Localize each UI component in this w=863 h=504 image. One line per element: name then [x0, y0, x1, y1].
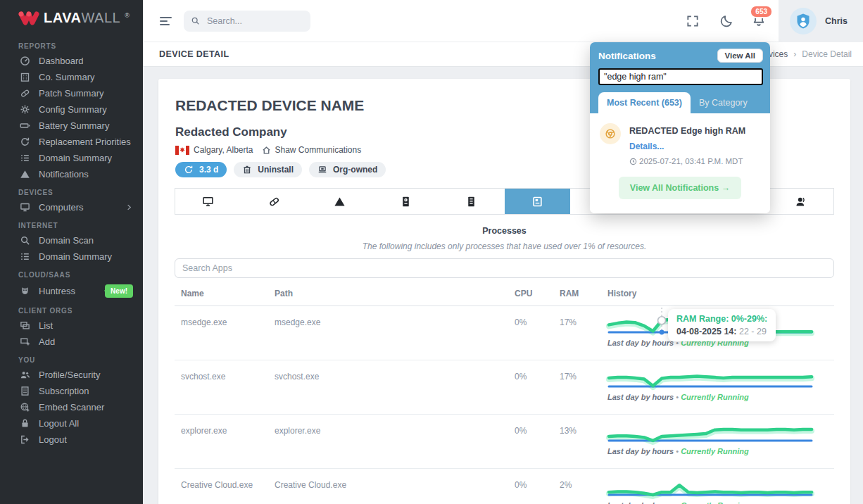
sidebar-item-domain-scan[interactable]: Domain Scan — [0, 232, 143, 248]
device-tab-harddrive[interactable] — [373, 189, 439, 214]
view-all-notifications-button[interactable]: View All Notifications → — [619, 177, 741, 199]
column-path: Path — [275, 289, 515, 298]
process-history-chart[interactable] — [607, 367, 813, 391]
device-tab-person-headset[interactable] — [768, 189, 834, 214]
sidebar-item-label: Battery Summary — [39, 120, 109, 131]
sidebar-item-notifications[interactable]: Notifications — [0, 166, 143, 182]
sidebar-item-list[interactable]: List — [0, 317, 143, 334]
chart-caption-range: Last day by hours — [607, 447, 674, 455]
sidebar-item-label: List — [39, 320, 53, 331]
process-ram: 17% — [560, 306, 607, 360]
monitor-icon — [20, 202, 30, 213]
device-tab-monitor[interactable] — [175, 189, 241, 214]
global-search[interactable] — [184, 11, 310, 32]
search-icon — [20, 235, 30, 246]
sidebar-item-config-summary[interactable]: Config Summary — [0, 101, 143, 118]
process-history-cell[interactable]: Last day by hours • Currently Running — [607, 360, 834, 414]
tab-most-recent[interactable]: Most Recent (653) — [598, 92, 691, 113]
sidebar-item-computers[interactable]: Computers — [0, 199, 143, 215]
nav-section-label: REPORTS — [0, 36, 143, 53]
device-tab-window[interactable] — [505, 189, 571, 214]
pill-icon — [268, 196, 280, 208]
process-cpu: 0% — [515, 469, 560, 504]
process-history-chart[interactable] — [607, 422, 813, 446]
laptop-icon — [317, 165, 327, 175]
lock-icon — [20, 418, 30, 429]
sidebar-item-profile-security[interactable]: Profile/Security — [0, 367, 143, 383]
device-tab-pill[interactable] — [241, 189, 308, 214]
sidebar-item-co-summary[interactable]: Co. Summary — [0, 69, 143, 85]
sidebar-item-subscription[interactable]: Subscription — [0, 383, 143, 399]
process-cpu: 0% — [515, 360, 560, 414]
device-provider: Shaw Communications — [275, 145, 362, 155]
dark-mode-icon[interactable] — [719, 14, 733, 28]
sidebar-item-huntress[interactable]: HuntressNew! — [0, 282, 143, 301]
process-history-cell[interactable]: Last day by hours • Currently RunningRAM… — [607, 306, 834, 360]
list-icon — [20, 251, 30, 262]
notifications-title: Notifications — [598, 51, 656, 61]
notifications-popup: Notifications View All Most Recent (653)… — [590, 42, 770, 213]
process-name: Creative Cloud.exe — [181, 469, 275, 504]
table-row[interactable]: msedge.exemsedge.exe0%17% Last day by ho… — [175, 306, 834, 360]
monitor-icon — [202, 196, 214, 208]
sidebar-item-patch-summary[interactable]: Patch Summary — [0, 85, 143, 101]
device-tab-warning[interactable] — [307, 189, 373, 214]
sidebar-item-add[interactable]: Add — [0, 334, 143, 350]
browser-alert-icon — [600, 123, 621, 144]
process-history-chart[interactable] — [607, 476, 813, 500]
column-cpu: CPU — [515, 289, 560, 298]
process-history-cell[interactable]: Last day by hours • Currently Running — [607, 469, 834, 504]
gauge-icon — [20, 56, 30, 66]
search-input[interactable] — [206, 15, 297, 27]
device-tab-server[interactable] — [439, 189, 505, 214]
sidebar-item-label: Logout — [39, 434, 67, 445]
sidebar-item-logout-all[interactable]: Logout All — [0, 415, 143, 431]
uninstall-button[interactable]: Uninstall — [234, 162, 302, 177]
table-row[interactable]: svchost.exesvchost.exe0%17% Last day by … — [175, 360, 834, 415]
menu-toggle-icon[interactable] — [160, 15, 172, 27]
tooltip-ram-range: RAM Range: 0%-29%: — [676, 314, 767, 324]
sidebar-item-embed-scanner[interactable]: Embed Scanner — [0, 399, 143, 415]
sidebar-item-label: Computers — [39, 202, 84, 213]
sidebar-item-label: Dashboard — [39, 56, 84, 66]
warning-icon — [20, 169, 30, 179]
sidebar-item-domain-summary[interactable]: Domain Summary — [0, 150, 143, 166]
process-history-cell[interactable]: Last day by hours • Currently Running — [607, 415, 834, 468]
user-name: Chris — [825, 16, 848, 26]
sidebar-item-domain-summary[interactable]: Domain Summary — [0, 248, 143, 265]
process-name: explorer.exe — [181, 415, 275, 468]
fullscreen-icon[interactable] — [686, 14, 700, 28]
search-apps-input[interactable] — [175, 258, 834, 278]
notifications-search-input[interactable] — [598, 68, 763, 85]
topbar-actions: 653 Chris — [676, 0, 863, 42]
view-all-button[interactable]: View All — [717, 49, 763, 63]
process-ram: 2% — [560, 469, 607, 504]
notification-details-link[interactable]: Details... — [629, 141, 745, 151]
sidebar-item-replacement-priorities[interactable]: Replacement Priorities — [0, 134, 143, 150]
process-table-body: msedge.exemsedge.exe0%17% Last day by ho… — [175, 306, 834, 504]
sidebar-item-logout[interactable]: Logout — [0, 431, 143, 448]
notifications-tabs: Most Recent (653) By Category — [598, 92, 763, 113]
sidebar-item-label: Subscription — [39, 386, 89, 396]
nav-section-label: INTERNET — [0, 215, 143, 232]
notifications-popup-header: Notifications View All Most Recent (653)… — [590, 42, 770, 113]
sidebar-item-dashboard[interactable]: Dashboard — [0, 53, 143, 69]
sidebar-item-label: Domain Summary — [39, 153, 112, 163]
column-ram: RAM — [560, 289, 607, 298]
tab-by-category[interactable]: By Category — [691, 92, 756, 113]
nav-section-label: DEVICES — [0, 182, 143, 199]
sidebar-item-battery-summary[interactable]: Battery Summary — [0, 118, 143, 134]
device-list-icon — [20, 320, 30, 331]
trash-icon — [242, 165, 252, 175]
breadcrumb: Devices › Device Detail — [758, 49, 852, 59]
brand-logo[interactable]: LAVAWALL ® — [0, 0, 143, 33]
user-menu[interactable]: Chris — [779, 0, 863, 42]
warning-icon — [334, 196, 346, 208]
table-row[interactable]: Creative Cloud.exeCreative Cloud.exe0%2%… — [175, 469, 834, 504]
process-path: svchost.exe — [275, 360, 515, 414]
lavawall-w-icon — [18, 11, 39, 26]
chart-caption: Last day by hours • Currently Running — [607, 501, 834, 504]
table-row[interactable]: explorer.exeexplorer.exe0%13% Last day b… — [175, 415, 834, 469]
notification-item[interactable]: REDACTED Edge high RAM Details... 2025-0… — [600, 123, 760, 165]
notifications-bell[interactable]: 653 — [752, 13, 766, 30]
